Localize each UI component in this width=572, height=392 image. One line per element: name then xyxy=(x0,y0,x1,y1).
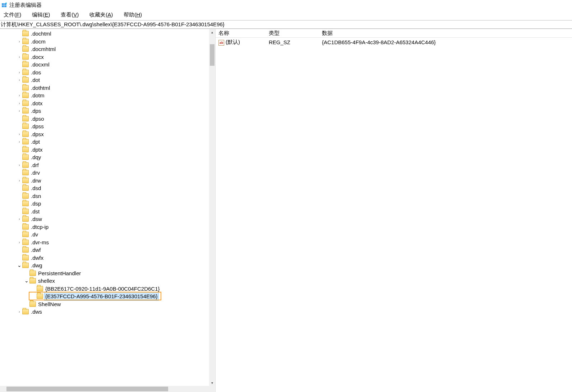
tree-item-label: .dqy xyxy=(30,153,42,161)
tree-item[interactable]: ⌄.dwg xyxy=(1,262,215,269)
address-bar[interactable]: 计算机\HKEY_CLASSES_ROOT\.dwg\shellex\{E357… xyxy=(0,20,572,29)
scroll-up-arrow-icon[interactable]: ▴ xyxy=(209,29,215,35)
chevron-right-icon[interactable]: › xyxy=(17,131,22,137)
tree-item[interactable]: ›.docx xyxy=(1,53,215,61)
chevron-right-icon[interactable]: › xyxy=(17,108,22,114)
chevron-down-icon[interactable]: ⌄ xyxy=(17,263,22,268)
tree-item[interactable]: ›.dv xyxy=(1,231,215,239)
tree-item-label: PersistentHandler xyxy=(37,269,82,277)
horizontal-scroll-thumb[interactable] xyxy=(6,387,168,391)
tree-item[interactable]: ›.docm xyxy=(1,38,215,46)
header-type[interactable]: 类型 xyxy=(269,30,322,37)
tree-item[interactable]: ›.dsd xyxy=(1,184,215,192)
tree-item-label: .dpt xyxy=(30,138,41,146)
chevron-right-icon[interactable]: › xyxy=(17,54,22,60)
app-icon xyxy=(1,2,7,8)
menu-file[interactable]: 文件(F) xyxy=(1,11,23,19)
tree-item[interactable]: ›.drf xyxy=(1,161,215,169)
tree-item[interactable]: ›.dwfx xyxy=(1,254,215,262)
folder-icon xyxy=(22,232,29,237)
values-header[interactable]: 名称 类型 数据 xyxy=(216,29,572,38)
tree-item[interactable]: ›.dothtml xyxy=(1,84,215,92)
main-split: ›.dochtml›.docm›.docmhtml›.docx›.docxml›… xyxy=(0,29,572,392)
tree-item[interactable]: ›.dptx xyxy=(1,146,215,154)
header-name[interactable]: 名称 xyxy=(216,30,269,37)
chevron-right-icon[interactable]: › xyxy=(17,139,22,145)
folder-icon xyxy=(22,162,29,168)
tree-item-label: .dwf xyxy=(30,246,42,254)
chevron-right-icon[interactable]: › xyxy=(17,177,22,183)
tree-item[interactable]: ›.dqy xyxy=(1,153,215,161)
tree-item[interactable]: ›ShellNew xyxy=(1,300,215,308)
tree-item-label: .drv xyxy=(30,169,41,177)
menu-edit[interactable]: 编辑(E) xyxy=(30,11,52,19)
tree-item[interactable]: ›.dot xyxy=(1,76,215,84)
folder-icon xyxy=(29,301,36,307)
tree-vertical-scrollbar[interactable]: ▴ ▾ xyxy=(209,29,215,386)
chevron-right-icon[interactable]: › xyxy=(17,69,22,75)
chevron-down-icon[interactable]: ⌄ xyxy=(24,278,29,284)
tree-item[interactable]: ›.dwf xyxy=(1,246,215,254)
tree-item[interactable]: ›.docmhtml xyxy=(1,45,215,53)
vertical-scroll-thumb[interactable] xyxy=(210,44,214,66)
tree-item-label: .dptx xyxy=(30,146,43,154)
tree-item[interactable]: ›.dtcp-ip xyxy=(1,223,215,231)
tree-item[interactable]: ›.dvr-ms xyxy=(1,239,215,246)
tree-item[interactable]: ›.dsp xyxy=(1,200,215,208)
menu-help[interactable]: 帮助(H) xyxy=(121,11,144,19)
tree-item-label: .docx xyxy=(30,53,45,61)
chevron-right-icon[interactable]: › xyxy=(17,239,22,245)
menu-favorites[interactable]: 收藏夹(A) xyxy=(87,11,115,19)
chevron-right-icon[interactable]: › xyxy=(17,162,22,168)
scroll-down-arrow-icon[interactable]: ▾ xyxy=(209,380,215,386)
tree-item-label: .dsn xyxy=(30,192,42,200)
tree-item[interactable]: ›.dpss xyxy=(1,123,215,130)
tree-item[interactable]: ›.dpt xyxy=(1,138,215,146)
tree-item[interactable]: ›{BB2E617C-0920-11d1-9A0B-00C04FC2D6C1} xyxy=(1,285,215,293)
registry-tree[interactable]: ›.dochtml›.docm›.docmhtml›.docx›.docxml›… xyxy=(0,29,215,317)
chevron-right-icon[interactable]: › xyxy=(17,309,22,315)
svg-point-4 xyxy=(5,3,7,4)
folder-icon xyxy=(22,54,29,60)
tree-item[interactable]: ›{E357FCCD-A995-4576-B01F-234630154E96} xyxy=(1,292,215,300)
tree-item[interactable]: ⌄shellex xyxy=(1,277,215,285)
chevron-right-icon[interactable]: › xyxy=(17,216,22,222)
tree-item-label: .docm xyxy=(30,38,46,46)
header-data[interactable]: 数据 xyxy=(322,30,572,37)
tree-item-label: .dps xyxy=(30,107,42,115)
tree-item[interactable]: ›.dps xyxy=(1,107,215,115)
address-text: 计算机\HKEY_CLASSES_ROOT\.dwg\shellex\{E357… xyxy=(1,21,225,28)
tree-item[interactable]: ›.dos xyxy=(1,69,215,77)
tree-item-label: .dst xyxy=(30,208,40,216)
chevron-right-icon[interactable]: › xyxy=(17,93,22,98)
tree-item[interactable]: ›.dotm xyxy=(1,92,215,100)
tree-item[interactable]: ›.dst xyxy=(1,208,215,216)
tree-item[interactable]: ›.drw xyxy=(1,177,215,185)
value-row[interactable]: ab(默认)REG_SZ{AC1DB655-4F9A-4c39-8AD2-A65… xyxy=(216,38,572,46)
tree-pane: ›.dochtml›.docm›.docmhtml›.docx›.docxml›… xyxy=(0,29,216,392)
tree-item[interactable]: ›PersistentHandler xyxy=(1,269,215,277)
tree-item[interactable]: ›.dsn xyxy=(1,192,215,200)
values-list[interactable]: ab(默认)REG_SZ{AC1DB655-4F9A-4c39-8AD2-A65… xyxy=(216,38,572,46)
chevron-right-icon[interactable]: › xyxy=(17,100,22,106)
window-title: 注册表编辑器 xyxy=(9,2,42,9)
tree-item[interactable]: ›.docxml xyxy=(1,61,215,69)
folder-icon xyxy=(22,46,29,52)
tree-item[interactable]: ›.dws xyxy=(1,308,215,316)
tree-horizontal-scrollbar[interactable] xyxy=(0,386,215,392)
tree-item[interactable]: ›.dpso xyxy=(1,115,215,123)
tree-item[interactable]: ›.dochtml xyxy=(1,30,215,38)
folder-icon xyxy=(29,271,36,276)
menubar: 文件(F) 编辑(E) 查看(V) 收藏夹(A) 帮助(H) xyxy=(0,10,572,20)
svg-rect-2 xyxy=(2,5,4,7)
tree-item[interactable]: ›.dotx xyxy=(1,100,215,107)
tree-item[interactable]: ›.drv xyxy=(1,169,215,177)
folder-icon xyxy=(22,178,29,183)
tree-item[interactable]: ›.dsw xyxy=(1,215,215,223)
chevron-right-icon[interactable]: › xyxy=(17,77,22,83)
menu-view[interactable]: 查看(V) xyxy=(59,11,81,19)
tree-item[interactable]: ›.dpsx xyxy=(1,130,215,138)
chevron-right-icon[interactable]: › xyxy=(17,38,22,44)
tree-item-label: .drw xyxy=(30,177,42,185)
folder-icon xyxy=(22,70,29,75)
